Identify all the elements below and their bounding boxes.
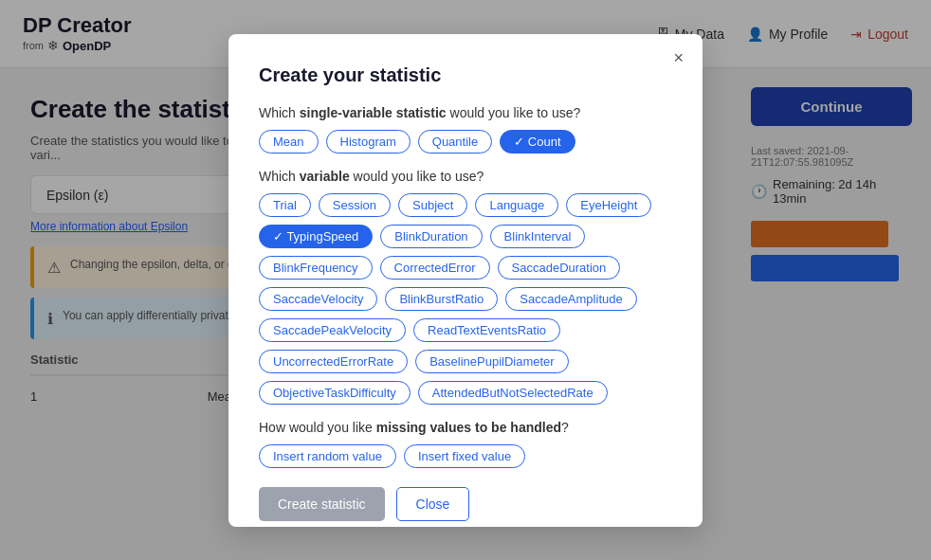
var-pill-blinkinterval[interactable]: BlinkInterval [490,225,586,248]
var-pill-readtexteventsratio[interactable]: ReadTextEventsRatio [413,318,560,342]
modal-overlay: × Create your statistic Which single-var… [0,0,931,560]
var-pill-subject[interactable]: Subject [398,193,467,217]
variable-pills: TrialSessionSubjectLanguageEyeHeight✓ Ty… [259,193,672,405]
missing-pill-insert-fixed-value[interactable]: Insert fixed value [404,444,525,468]
missing-pill-insert-random-value[interactable]: Insert random value [259,444,396,468]
var-pill-saccadepeakvelocity[interactable]: SaccadePeakVelocity [259,318,406,342]
modal-actions: Create statistic Close [259,487,672,521]
var-pill-blinkfrequency[interactable]: BlinkFrequency [259,256,373,280]
stat-pill-quantile[interactable]: Quantile [418,130,492,154]
modal-title: Create your statistic [259,64,672,86]
var-pill-language[interactable]: Language [475,193,558,217]
var-pill-saccadeamplitude[interactable]: SaccadeAmplitude [505,287,636,311]
var-pill-attendedbutnotselectedrate[interactable]: AttendedButNotSelectedRate [418,381,608,405]
statistic-q-end: would you like to use? [447,105,581,120]
statistic-q-pre: Which [259,105,300,120]
variable-question: Which variable would you like to use? [259,169,672,184]
var-pill-objectivetaskdifficulty[interactable]: ObjectiveTaskDifficulty [259,381,411,405]
var-pill-blinkduration[interactable]: BlinkDuration [380,225,482,248]
variable-q-bold: variable [300,169,350,184]
statistic-question: Which single-variable statistic would yo… [259,105,672,120]
missing-q-pre: How would you like [259,420,376,435]
missing-question: How would you like missing values to be … [259,420,672,435]
var-pill-uncorrectederrorrate[interactable]: UncorrectedErrorRate [259,350,408,373]
close-button[interactable]: Close [396,487,470,521]
var-pill-baselinepupildiameter[interactable]: BaselinePupilDiameter [415,350,569,373]
statistic-q-bold: single-variable statistic [300,105,447,120]
modal-close-button[interactable]: × [673,49,684,66]
variable-q-end: would you like to use? [350,169,484,184]
var-pill-session[interactable]: Session [319,193,391,217]
var-pill-saccadevelocity[interactable]: SaccadeVelocity [259,287,377,311]
variable-q-pre: Which [259,169,300,184]
stat-pill-count[interactable]: ✓ Count [500,130,575,154]
missing-pills: Insert random valueInsert fixed value [259,444,672,468]
var-pill-eyeheight[interactable]: EyeHeight [566,193,651,217]
stat-pill-histogram[interactable]: Histogram [326,130,411,154]
create-statistic-modal: × Create your statistic Which single-var… [228,34,703,527]
stat-pill-mean[interactable]: Mean [259,130,319,154]
var-pill-typingspeed[interactable]: ✓ TypingSpeed [259,225,373,248]
var-pill-correctederror[interactable]: CorrectedError [380,256,490,280]
statistic-pills: MeanHistogramQuantile✓ Count [259,130,672,154]
var-pill-saccadeduration[interactable]: SaccadeDuration [498,256,621,280]
create-statistic-button[interactable]: Create statistic [259,487,385,521]
missing-q-end: ? [561,420,569,435]
var-pill-blinkburstratio[interactable]: BlinkBurstRatio [385,287,498,311]
missing-q-bold: missing values to be handled [376,420,561,435]
var-pill-trial[interactable]: Trial [259,193,311,217]
